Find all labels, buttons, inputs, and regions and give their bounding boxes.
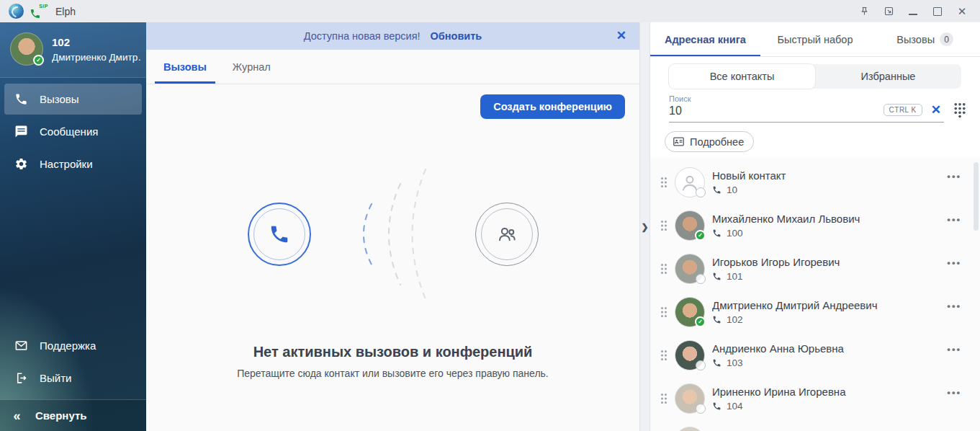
contact-avatar: [675, 340, 705, 370]
contact-row: Петренко Пётр Петрович •••: [650, 420, 980, 431]
contact-menu-button[interactable]: •••: [947, 257, 961, 268]
contact-card-icon: [673, 135, 685, 148]
drag-handle-icon[interactable]: [660, 306, 667, 318]
search-input[interactable]: [669, 103, 834, 117]
status-offline-icon: [696, 187, 706, 197]
active-call-circle-icon: [248, 203, 311, 266]
sidebar-footer: Поддержка Выйти: [0, 324, 146, 399]
sidebar: ✓ 102 Дмитриенко Дмитр… Вызовы Сообщения: [0, 22, 146, 431]
collapse-chevrons-icon: «: [10, 411, 24, 421]
dialpad-icon[interactable]: [953, 102, 967, 123]
contact-row: Андриенко Анна Юрьевна 103 •••: [650, 334, 980, 377]
create-conference-button[interactable]: Создать конференцию: [480, 94, 625, 119]
app-window: SIP Elph ✕ ✓ 102 Дмитриенко Дмитр…: [0, 0, 980, 431]
contact-name[interactable]: Новый контакт: [712, 169, 940, 182]
contact-number: 102: [727, 314, 743, 325]
phone-icon: [14, 92, 28, 106]
segment-all-contacts[interactable]: Все контакты: [669, 64, 815, 89]
user-extension: 102: [52, 36, 142, 48]
contact-menu-button[interactable]: •••: [947, 171, 961, 182]
minimize-button[interactable]: [902, 2, 924, 21]
contact-number: 103: [727, 357, 743, 368]
contact-name[interactable]: Андриенко Анна Юрьевна: [712, 342, 940, 355]
sidebar-item-logout[interactable]: Выйти: [4, 363, 142, 394]
contact-avatar: [675, 427, 705, 431]
calls-count-badge: 0: [940, 32, 953, 46]
search-field[interactable]: Поиск CTRL K ✕: [669, 94, 944, 123]
phone-icon: [712, 315, 721, 324]
update-banner: Доступна новая версия! Обновить ✕: [146, 22, 639, 50]
tab-calls[interactable]: Вызовы: [150, 50, 220, 84]
sidebar-item-messages[interactable]: Сообщения: [4, 116, 142, 147]
phone-icon: [712, 358, 721, 368]
sidebar-item-calls[interactable]: Вызовы: [4, 84, 142, 115]
logout-icon: [14, 371, 28, 385]
message-icon: [14, 125, 28, 138]
drag-handle-icon[interactable]: [660, 263, 667, 275]
tab-journal[interactable]: Журнал: [220, 50, 284, 84]
main-panel: Доступна новая версия! Обновить ✕ Вызовы…: [146, 22, 639, 431]
people-icon: [496, 223, 518, 245]
drag-handle-icon[interactable]: [660, 220, 667, 231]
sidebar-item-support[interactable]: Поддержка: [4, 330, 142, 361]
popout-icon[interactable]: [878, 2, 899, 21]
contact-row: ✓ Дмитриенко Дмитрий Андреевич 102 •••: [650, 290, 980, 334]
contact-row: ✓ Михайленко Михаил Львович 100 •••: [650, 204, 980, 247]
banner-close-icon[interactable]: ✕: [616, 28, 626, 43]
contact-list: Новый контакт 10 ••• ✓ Михайленко Михаил…: [650, 158, 980, 431]
contact-avatar: [675, 383, 705, 414]
phone-icon: [712, 228, 721, 238]
search-label: Поиск: [669, 94, 944, 103]
tab-speed-dial[interactable]: Быстрый набор: [760, 22, 871, 56]
status-online-icon: ✓: [33, 55, 44, 66]
maximize-button[interactable]: [927, 2, 948, 21]
phone-icon: [269, 223, 290, 245]
title-bar: SIP Elph ✕: [0, 0, 980, 22]
contact-name[interactable]: Ириненко Ирина Игоревна: [712, 386, 940, 398]
contact-row: Ириненко Ирина Игоревна 104 •••: [650, 377, 980, 420]
sip-label: SIP: [39, 4, 48, 9]
scrollbar-thumb[interactable]: [974, 162, 979, 231]
phone-icon: [712, 185, 721, 195]
contact-name[interactable]: Дмитриенко Дмитрий Андреевич: [712, 299, 940, 311]
drag-handle-icon[interactable]: [660, 350, 667, 361]
empty-state: Нет активных вызовов и конференций Перет…: [146, 119, 639, 431]
user-name: Дмитриенко Дмитр…: [52, 52, 142, 63]
contact-avatar: ✓: [675, 210, 705, 241]
chevron-right-icon: ❯: [641, 222, 648, 232]
status-offline-icon: [696, 360, 706, 370]
sidebar-collapse[interactable]: « Свернуть: [0, 399, 146, 431]
close-button[interactable]: ✕: [951, 2, 973, 21]
contact-menu-button[interactable]: •••: [947, 214, 961, 225]
update-link[interactable]: Обновить: [431, 30, 482, 42]
sidebar-menu: Вызовы Сообщения Настройки: [0, 78, 146, 185]
status-online-icon: ✓: [695, 316, 706, 327]
contact-avatar: [675, 167, 705, 197]
contact-menu-button[interactable]: •••: [947, 344, 961, 355]
clear-search-icon[interactable]: ✕: [931, 104, 941, 116]
contact-number: 100: [727, 228, 743, 239]
panel-collapse-handle[interactable]: ❯: [639, 22, 650, 431]
contact-name[interactable]: Михайленко Михаил Львович: [712, 213, 940, 225]
user-card[interactable]: ✓ 102 Дмитриенко Дмитр…: [0, 22, 146, 78]
contact-menu-button[interactable]: •••: [947, 301, 961, 311]
sip-phone-icon: SIP: [30, 4, 48, 19]
drag-handle-icon[interactable]: [660, 177, 667, 188]
segment-favorites[interactable]: Избранные: [815, 64, 961, 89]
contact-menu-button[interactable]: •••: [947, 387, 961, 398]
details-button[interactable]: Подробнее: [665, 131, 754, 152]
contact-avatar: [675, 254, 705, 284]
pin-icon[interactable]: [853, 2, 875, 21]
contact-name[interactable]: Игорьков Игорь Игоревич: [712, 256, 940, 268]
conference-circle-icon: [475, 203, 539, 266]
sidebar-item-settings[interactable]: Настройки: [4, 148, 142, 179]
shortcut-badge: CTRL K: [884, 104, 922, 116]
main-tabs: Вызовы Журнал: [146, 50, 639, 84]
contacts-filter: Все контакты Избранные: [669, 64, 961, 89]
update-message: Доступна новая версия!: [304, 30, 421, 42]
right-panel: Адресная книга Быстрый набор Вызовы 0 Вс…: [650, 22, 980, 431]
tab-address-book[interactable]: Адресная книга: [650, 22, 760, 56]
window-title: Elph: [55, 6, 76, 17]
drag-handle-icon[interactable]: [660, 393, 667, 404]
tab-calls-right[interactable]: Вызовы 0: [870, 22, 980, 56]
